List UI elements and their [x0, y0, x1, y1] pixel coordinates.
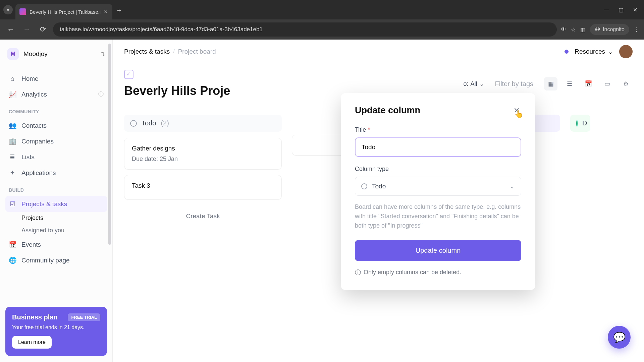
- home-icon: ⌂: [9, 75, 16, 82]
- eye-off-icon[interactable]: 👁: [561, 26, 566, 33]
- sidebar-item-lists[interactable]: ≣Lists: [5, 149, 107, 165]
- sidebar-item-label: Contacts: [21, 122, 47, 129]
- sidebar-item-label: Home: [21, 75, 39, 82]
- title-input[interactable]: [355, 137, 521, 157]
- events-icon: 📅: [9, 241, 16, 248]
- title-field-label: Title *: [355, 126, 521, 133]
- sidebar-item-events[interactable]: 📅Events: [5, 237, 107, 252]
- incognito-label: Incognito: [603, 26, 625, 33]
- incognito-badge[interactable]: 🕶 Incognito: [590, 24, 629, 35]
- forward-button[interactable]: →: [21, 25, 33, 34]
- promo-card: Business plan FREE TRIAL Your free trial…: [5, 307, 107, 356]
- info-icon: ⓘ: [355, 268, 361, 277]
- address-bar[interactable]: talkbase.io/w/moodjoy/tasks/projects/6aa…: [53, 22, 557, 37]
- section-label-build: BUILD: [5, 181, 107, 196]
- update-column-button[interactable]: Update column: [355, 240, 521, 261]
- url-text: talkbase.io/w/moodjoy/tasks/projects/6aa…: [60, 26, 263, 33]
- favicon: [19, 8, 26, 15]
- new-tab-button[interactable]: +: [117, 6, 121, 15]
- main-area: Projects & tasks / Project board Resourc…: [113, 40, 644, 362]
- chevron-updown-icon: ⇅: [101, 51, 105, 57]
- status-ring-icon: [361, 183, 367, 189]
- panel-icon[interactable]: ▥: [580, 26, 585, 33]
- analytics-icon: 📈: [9, 90, 16, 98]
- sidebar-scrollbar[interactable]: [108, 44, 111, 305]
- chat-fab-button[interactable]: 💬: [608, 326, 631, 349]
- sidebar-item-companies[interactable]: 🏢Companies: [5, 133, 107, 149]
- maximize-icon[interactable]: ▢: [619, 7, 624, 13]
- tab-title: Beverly Hills Project | Talkbase.i: [30, 9, 101, 15]
- close-window-icon[interactable]: ✕: [633, 7, 637, 13]
- sidebar-item-label: Community page: [21, 257, 70, 264]
- browser-tab-strip: ▾ Beverly Hills Project | Talkbase.i × +…: [0, 0, 644, 19]
- workspace-badge: M: [7, 48, 19, 60]
- bookmark-icon[interactable]: ☆: [571, 26, 576, 33]
- column-type-select[interactable]: Todo ⌄: [355, 177, 521, 196]
- info-icon[interactable]: ⓘ: [98, 91, 104, 98]
- type-field-label: Column type: [355, 166, 521, 173]
- modal-title: Update column: [355, 105, 420, 116]
- sidebar-item-label: Companies: [21, 138, 54, 145]
- chevron-down-icon: ⌄: [509, 182, 515, 190]
- sidebar-item-label: Lists: [21, 154, 35, 161]
- browser-tab[interactable]: Beverly Hills Project | Talkbase.i ×: [15, 4, 112, 19]
- globe-icon: 🌐: [9, 256, 16, 264]
- applications-icon: ✦: [9, 169, 16, 177]
- minimize-icon[interactable]: —: [604, 7, 609, 13]
- promo-text: Your free trial ends in 21 days.: [12, 324, 100, 330]
- companies-icon: 🏢: [9, 137, 16, 145]
- back-button[interactable]: ←: [5, 25, 17, 34]
- incognito-icon: 🕶: [595, 26, 600, 33]
- reload-button[interactable]: ⟳: [37, 25, 49, 34]
- update-column-modal: Update column ✕ 👆 Title * Column type To…: [341, 93, 535, 290]
- sidebar-sub-projects[interactable]: Projects: [5, 212, 107, 224]
- tab-search-button[interactable]: ▾: [3, 5, 13, 14]
- close-tab-icon[interactable]: ×: [104, 8, 108, 15]
- lists-icon: ≣: [9, 153, 16, 161]
- sidebar-item-analytics[interactable]: 📈Analyticsⓘ: [5, 86, 107, 102]
- sidebar-item-community-page[interactable]: 🌐Community page: [5, 252, 107, 268]
- tasks-icon: ☑: [9, 200, 16, 208]
- window-controls: — ▢ ✕: [604, 7, 641, 13]
- sidebar-sub-assigned[interactable]: Assigned to you: [5, 224, 107, 237]
- sidebar-item-contacts[interactable]: 👥Contacts: [5, 118, 107, 133]
- sidebar-item-label: Projects & tasks: [21, 200, 67, 208]
- section-label-community: COMMUNITY: [5, 102, 107, 118]
- workspace-switcher[interactable]: M Moodjoy ⇅: [5, 46, 107, 62]
- contacts-icon: 👥: [9, 122, 16, 129]
- sidebar: M Moodjoy ⇅ ⌂Home 📈Analyticsⓘ COMMUNITY …: [0, 40, 113, 362]
- sidebar-item-label: Events: [21, 241, 41, 248]
- promo-title: Business plan: [12, 313, 58, 321]
- help-text: Board can have more columns of the same …: [355, 202, 521, 231]
- select-value: Todo: [372, 183, 386, 190]
- sidebar-item-label: Analytics: [21, 91, 47, 98]
- promo-badge: FREE TRIAL: [68, 313, 100, 321]
- menu-icon[interactable]: ⋮: [634, 26, 639, 33]
- delete-note: ⓘOnly empty columns can be deleted.: [355, 268, 521, 277]
- learn-more-button[interactable]: Learn more: [12, 336, 52, 349]
- app-root: M Moodjoy ⇅ ⌂Home 📈Analyticsⓘ COMMUNITY …: [0, 40, 644, 362]
- sidebar-item-label: Applications: [21, 169, 56, 177]
- browser-toolbar: ← → ⟳ talkbase.io/w/moodjoy/tasks/projec…: [0, 19, 644, 40]
- close-icon[interactable]: ✕: [512, 106, 521, 115]
- sidebar-item-home[interactable]: ⌂Home: [5, 71, 107, 86]
- sidebar-item-projects-tasks[interactable]: ☑Projects & tasks: [5, 196, 107, 212]
- sidebar-item-applications[interactable]: ✦Applications: [5, 165, 107, 181]
- workspace-name: Moodjoy: [23, 50, 96, 58]
